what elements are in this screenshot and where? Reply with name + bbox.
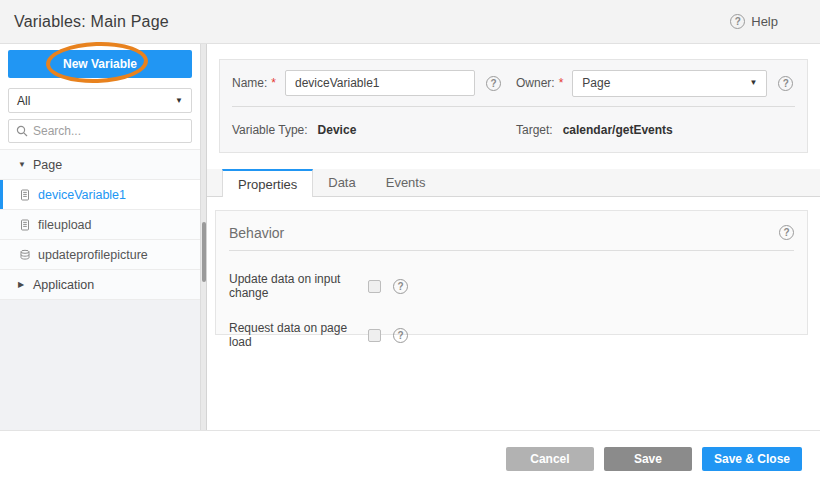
chevron-down-icon: ▼	[175, 97, 183, 105]
scrollbar-thumb[interactable]	[202, 222, 206, 282]
dialog-body: New Variable All ▼ ▼ Page	[0, 44, 820, 430]
target-value: calendar/getEvents	[563, 123, 673, 137]
help-link[interactable]: ? Help	[730, 14, 778, 29]
name-field-group: Name: * ?	[232, 70, 516, 96]
variables-sidebar: New Variable All ▼ ▼ Page	[0, 44, 200, 430]
variable-type-value: Device	[318, 123, 357, 137]
option-help-icon[interactable]: ?	[393, 279, 408, 294]
help-icon: ?	[730, 14, 745, 29]
caret-right-icon[interactable]: ▶	[18, 280, 27, 289]
target-group: Target: calendar/getEvents	[516, 123, 673, 137]
variables-dialog: Variables: Main Page ? Help New Variable…	[0, 0, 820, 486]
sidebar-scrollbar-track[interactable]	[200, 44, 207, 430]
sidebar-controls: New Variable All ▼	[0, 44, 200, 149]
tree-item-label: deviceVariable1	[38, 188, 126, 202]
tree-item-label: updateprofilepicture	[38, 248, 148, 262]
sidebar-filler	[0, 300, 200, 430]
variable-summary-panel: Name: * ? Owner: * Page ▼ ?	[219, 59, 808, 153]
tree-item-devicevariable1[interactable]: deviceVariable1	[0, 180, 200, 210]
save-button[interactable]: Save	[604, 447, 692, 471]
name-owner-row: Name: * ? Owner: * Page ▼ ?	[232, 60, 795, 107]
variable-detail-pane: Name: * ? Owner: * Page ▼ ?	[207, 44, 820, 430]
dialog-header: Variables: Main Page ? Help	[0, 0, 820, 44]
search-box[interactable]	[8, 119, 192, 143]
search-icon	[16, 125, 28, 137]
option-label: Update data on input change	[229, 272, 368, 300]
tree-group-application[interactable]: ▶ Application	[0, 270, 200, 300]
service-variable-icon	[19, 249, 31, 261]
option-help-icon[interactable]: ?	[393, 328, 408, 343]
save-and-close-button[interactable]: Save & Close	[702, 447, 802, 471]
help-label: Help	[751, 14, 778, 29]
owner-label: Owner:	[516, 76, 555, 90]
cancel-button[interactable]: Cancel	[506, 447, 594, 471]
owner-help-icon[interactable]: ?	[778, 76, 793, 91]
device-variable-icon	[19, 189, 31, 201]
behavior-help-icon[interactable]: ?	[779, 225, 794, 240]
page-title: Variables: Main Page	[14, 13, 169, 31]
variables-tree: ▼ Page deviceVariable1 fileupload	[0, 149, 200, 300]
type-target-row: Variable Type: Device Target: calendar/g…	[232, 107, 795, 153]
tab-events[interactable]: Events	[371, 169, 441, 196]
option-update-on-input-change: Update data on input change ?	[229, 272, 794, 300]
option-request-on-page-load: Request data on page load ?	[229, 321, 794, 349]
variable-filter-select[interactable]: All ▼	[8, 88, 192, 113]
name-help-icon[interactable]: ?	[486, 76, 501, 91]
device-variable-icon	[19, 219, 31, 231]
new-variable-button[interactable]: New Variable	[8, 50, 192, 78]
variable-type-group: Variable Type: Device	[232, 123, 516, 137]
caret-down-icon[interactable]: ▼	[18, 160, 27, 169]
target-label: Target:	[516, 123, 553, 137]
detail-tabs: Properties Data Events	[207, 169, 820, 197]
tab-properties[interactable]: Properties	[222, 169, 313, 197]
tree-group-label: Page	[33, 158, 62, 172]
tree-item-fileupload[interactable]: fileupload	[0, 210, 200, 240]
behavior-panel: Behavior ? Update data on input change ?…	[215, 210, 808, 335]
behavior-title: Behavior	[229, 225, 284, 241]
variable-filter-value: All	[17, 94, 30, 108]
update-on-input-change-checkbox[interactable]	[368, 280, 381, 293]
owner-select-value: Page	[582, 76, 610, 90]
tree-item-label: fileupload	[38, 218, 92, 232]
tree-group-page[interactable]: ▼ Page	[0, 150, 200, 180]
tree-item-updateprofilepicture[interactable]: updateprofilepicture	[0, 240, 200, 270]
required-marker: *	[271, 76, 276, 90]
variable-type-label: Variable Type:	[232, 123, 308, 137]
option-label: Request data on page load	[229, 321, 368, 349]
search-input[interactable]	[33, 124, 184, 138]
tree-group-label: Application	[33, 278, 94, 292]
required-marker: *	[559, 76, 564, 90]
tab-data[interactable]: Data	[313, 169, 370, 196]
owner-select[interactable]: Page ▼	[572, 70, 767, 97]
chevron-down-icon: ▼	[749, 79, 757, 87]
request-on-page-load-checkbox[interactable]	[368, 329, 381, 342]
name-input[interactable]	[285, 70, 475, 96]
dialog-footer: Cancel Save Save & Close	[0, 430, 820, 486]
behavior-header: Behavior ?	[229, 211, 794, 251]
owner-field-group: Owner: * Page ▼ ?	[516, 70, 793, 97]
name-label: Name:	[232, 76, 267, 90]
